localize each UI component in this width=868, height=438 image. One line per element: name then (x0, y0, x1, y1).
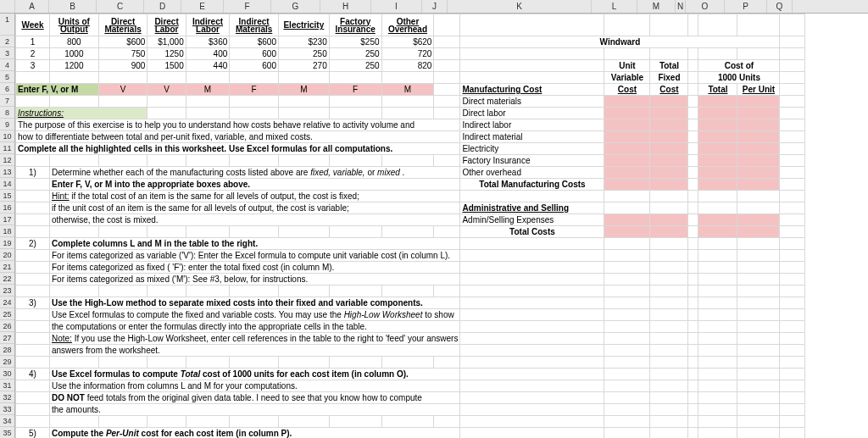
cell-F18[interactable] (230, 226, 279, 238)
spreadsheet-grid[interactable]: WeekUnits ofOutputDirectMaterialsDirectL… (15, 14, 805, 438)
cell-D7[interactable] (147, 96, 186, 108)
cell-H12[interactable] (329, 155, 381, 167)
row-header-4[interactable]: 4 (0, 59, 14, 71)
cell-A21[interactable] (16, 262, 50, 274)
cell-Q24[interactable] (780, 297, 805, 309)
col-header-A[interactable]: A (15, 0, 49, 13)
cell-M7[interactable] (650, 96, 688, 108)
cell-K7[interactable]: Direct materials (460, 96, 604, 108)
cell-P31[interactable] (737, 380, 780, 392)
cell-D29[interactable] (147, 357, 186, 369)
cell-K3[interactable] (460, 48, 604, 60)
cell-K13[interactable]: Other overhead (460, 167, 604, 179)
cell-O25[interactable] (698, 309, 737, 321)
cell-E12[interactable] (186, 155, 230, 167)
cell-K24[interactable] (460, 297, 604, 309)
row-header-6[interactable]: 6 (0, 83, 14, 95)
cell-M32[interactable] (650, 392, 688, 404)
cell-P19[interactable] (737, 238, 780, 250)
cell-P26[interactable] (737, 321, 780, 333)
cell-Q5[interactable] (780, 72, 805, 84)
cell-B29[interactable] (50, 357, 99, 369)
cell-N15[interactable] (688, 191, 698, 202)
cell-M14[interactable] (650, 179, 688, 191)
cell-F4[interactable]: 600 (230, 60, 279, 72)
row-header-32[interactable]: 32 (0, 391, 14, 403)
cell-O13[interactable] (698, 167, 737, 179)
cell-M12[interactable] (650, 155, 688, 167)
cell-J1[interactable] (434, 14, 460, 36)
col-header-B[interactable]: B (49, 0, 97, 13)
cell-F3[interactable]: 600 (230, 48, 279, 60)
col-header-H[interactable]: H (320, 0, 371, 13)
row-header-21[interactable]: 21 (0, 261, 14, 273)
cell-Q7[interactable] (780, 96, 805, 108)
cell-A18[interactable] (16, 226, 50, 238)
cell-M23[interactable] (650, 286, 688, 297)
cell-L3[interactable] (604, 48, 650, 60)
cell-Q10[interactable] (780, 131, 805, 143)
cell-N8[interactable] (688, 108, 698, 119)
cell-Q15[interactable] (780, 191, 805, 202)
cell-N11[interactable] (688, 143, 698, 155)
cell-M17[interactable] (650, 214, 688, 226)
cell-I6[interactable]: M (381, 84, 434, 96)
cell-M16[interactable] (650, 202, 688, 214)
col-header-L[interactable]: L (592, 0, 637, 13)
cell-H5[interactable] (329, 72, 381, 84)
cell-N33[interactable] (688, 404, 698, 416)
row-header-18[interactable]: 18 (0, 225, 14, 237)
cell-O26[interactable] (698, 321, 737, 333)
row-header-23[interactable]: 23 (0, 285, 14, 297)
cell-L27[interactable] (604, 333, 650, 345)
cell-A6[interactable]: Enter F, V, or M (16, 84, 99, 96)
row-header-19[interactable]: 19 (0, 237, 14, 249)
cell-O17[interactable] (698, 214, 737, 226)
cell-C29[interactable] (98, 357, 147, 369)
cell-I5[interactable] (381, 72, 434, 84)
cell-O27[interactable] (698, 333, 737, 345)
cell-K20[interactable] (460, 250, 604, 262)
cell-O5[interactable]: 1000 Units (698, 72, 780, 84)
cell-D6[interactable]: V (147, 84, 186, 96)
cell-Q13[interactable] (780, 167, 805, 179)
cell-Q3[interactable] (780, 48, 805, 60)
cell-L23[interactable] (604, 286, 650, 297)
row-header-13[interactable]: 13 (0, 166, 14, 178)
cell-L12[interactable] (604, 155, 650, 167)
cell-N19[interactable] (688, 238, 698, 250)
row-header-28[interactable]: 28 (0, 344, 14, 356)
cell-Q26[interactable] (780, 321, 805, 333)
cell-Q29[interactable] (780, 357, 805, 369)
cell-M10[interactable] (650, 131, 688, 143)
cell-E4[interactable]: 440 (186, 60, 230, 72)
cell-A24[interactable]: 3) (16, 297, 50, 309)
cell-E1[interactable]: IndirectLabor (186, 14, 230, 36)
cell-Q17[interactable] (780, 214, 805, 226)
cell-K15[interactable] (460, 191, 604, 202)
cell-K16[interactable]: Administrative and Selling (460, 202, 604, 214)
cell-N22[interactable] (688, 274, 698, 286)
cell-O31[interactable] (698, 380, 737, 392)
col-header-O[interactable]: O (686, 0, 725, 13)
cell-P29[interactable] (737, 357, 780, 369)
cell-A12[interactable] (16, 155, 50, 167)
cell-B35[interactable]: Compute the Per-Unit cost for each cost … (50, 428, 460, 439)
cell-O21[interactable] (698, 262, 737, 274)
cell-N17[interactable] (688, 214, 698, 226)
cell-J18[interactable] (434, 226, 460, 238)
cell-K17[interactable]: Admin/Selling Expenses (460, 214, 604, 226)
cell-K33[interactable] (460, 404, 604, 416)
row-header-16[interactable]: 16 (0, 202, 14, 213)
cell-P10[interactable] (737, 131, 780, 143)
cell-B16[interactable]: if the unit cost of an item is the same … (50, 202, 460, 214)
cell-F2[interactable]: $600 (230, 36, 279, 48)
cell-M26[interactable] (650, 321, 688, 333)
cell-B15[interactable]: Hint: if the total cost of an item is th… (50, 191, 460, 202)
cell-Q12[interactable] (780, 155, 805, 167)
cell-A31[interactable] (16, 380, 50, 392)
row-header-17[interactable]: 17 (0, 213, 14, 225)
row-header-30[interactable]: 30 (0, 368, 14, 380)
cell-L21[interactable] (604, 262, 650, 274)
cell-F12[interactable] (230, 155, 279, 167)
